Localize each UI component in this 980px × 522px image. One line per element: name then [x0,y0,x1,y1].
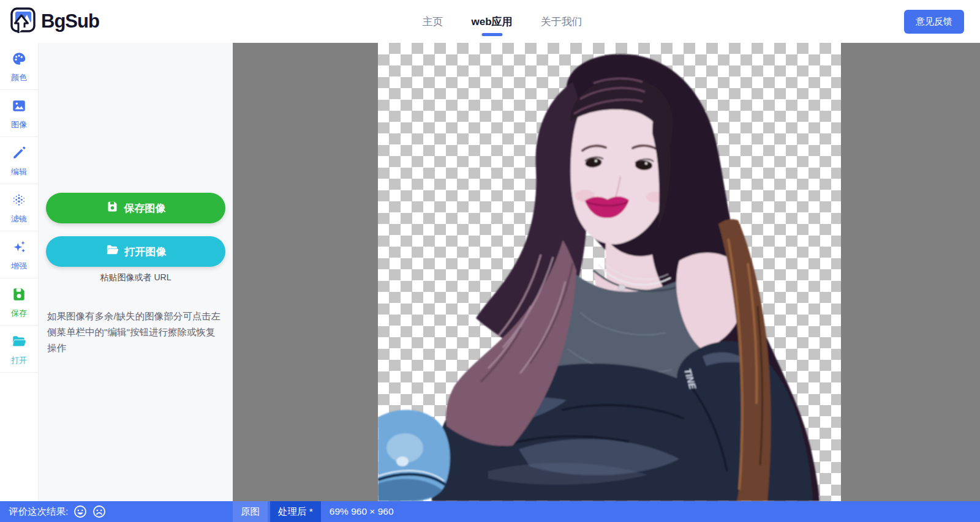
paste-hint: 粘贴图像或者 URL [39,272,233,283]
status-bar: 评价这次结果: 原图 处理后 * 69% 960 × 960 [0,501,980,522]
sidebar-item-enhance[interactable]: 增强 [0,231,38,278]
nav-about[interactable]: 关于我们 [541,15,582,29]
edit-instructions: 如果图像有多余/缺失的图像部分可点击左侧菜单栏中的"编辑"按钮进行擦除或恢复操作 [47,308,224,356]
sidebar-item-image[interactable]: 图像 [0,90,38,137]
bgsub-logo-icon [10,7,37,36]
nav-home[interactable]: 主页 [422,15,443,29]
editor-canvas[interactable]: TINE [233,43,980,501]
sidebar-item-color[interactable]: 颜色 [0,43,38,90]
transparency-checkerboard[interactable]: TINE [378,43,841,501]
tab-original-image[interactable]: 原图 [233,501,268,522]
floppy-save-icon [11,286,27,305]
halftone-filter-icon [11,192,27,211]
sidebar-item-label: 颜色 [11,72,27,83]
sad-face-icon[interactable] [92,505,106,518]
sidebar-item-label: 图像 [11,119,27,130]
rating-label: 评价这次结果: [9,505,68,518]
nav-webapp[interactable]: web应用 [471,15,512,29]
zoom-level: 69% [330,506,349,516]
palette-icon [11,51,27,69]
image-icon [11,98,27,116]
subject-photo: TINE [378,43,841,501]
sidebar-item-save[interactable]: 保存 [0,278,38,326]
sidebar-item-open[interactable]: 打开 [0,326,38,373]
main-area: 颜色 图像 编辑 [0,43,980,501]
floppy-save-icon [106,200,119,216]
open-image-button[interactable]: 打开图像 [46,236,225,267]
save-image-button[interactable]: 保存图像 [46,193,225,223]
sidebar-item-label: 增强 [11,261,27,272]
sidebar-item-label: 保存 [11,308,27,319]
paste-hint-text: 粘贴图像或者 [100,272,152,282]
sparkles-icon [11,239,27,258]
open-image-label: 打开图像 [125,245,167,259]
brand-name: BgSub [41,10,99,32]
happy-face-icon[interactable] [74,505,87,518]
tool-panel: 保存图像 打开图像 粘贴图像或者 URL 如果图像有多余/缺失的图像部分可点击左… [39,43,233,501]
paste-url-link[interactable]: URL [154,272,171,282]
tool-sidebar: 颜色 图像 编辑 [0,43,39,501]
header: BgSub 主页 web应用 关于我们 意见反馈 [0,0,980,43]
sidebar-item-filter[interactable]: 滤镜 [0,184,38,231]
folder-open-icon [11,334,27,352]
zoom-and-size-readout: 69% 960 × 960 [330,506,394,517]
folder-open-icon [105,243,119,260]
pencil-icon [11,145,27,163]
sidebar-item-label: 打开 [11,355,27,366]
sidebar-item-label: 滤镜 [11,214,27,225]
feedback-button[interactable]: 意见反馈 [904,10,964,34]
rating-section: 评价这次结果: [0,505,233,518]
main-nav: 主页 web应用 关于我们 [422,0,582,43]
sidebar-item-label: 编辑 [11,166,27,177]
tab-processed-image[interactable]: 处理后 * [270,501,321,522]
save-image-label: 保存图像 [124,201,166,215]
sidebar-item-edit[interactable]: 编辑 [0,137,38,184]
image-dimensions: 960 × 960 [351,506,393,516]
brand-logo[interactable]: BgSub [10,7,99,36]
